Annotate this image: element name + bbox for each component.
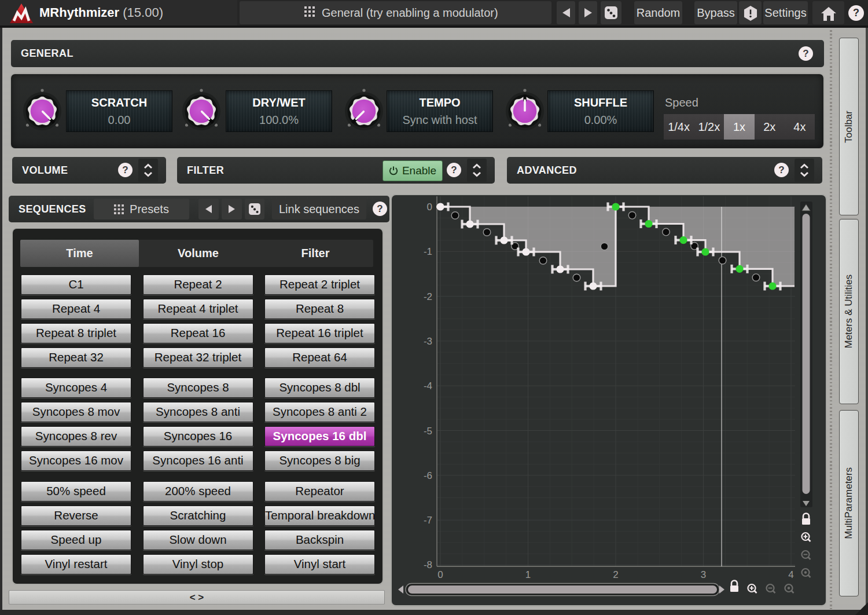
svg-text:4: 4 xyxy=(788,569,793,580)
svg-text:-5: -5 xyxy=(424,426,432,437)
svg-text:-8: -8 xyxy=(424,559,432,570)
svg-text:2: 2 xyxy=(613,569,618,580)
svg-text:-3: -3 xyxy=(424,336,432,347)
svg-text:0: 0 xyxy=(427,202,432,213)
svg-text:0: 0 xyxy=(437,569,443,580)
svg-text:1: 1 xyxy=(525,569,531,580)
svg-text:-6: -6 xyxy=(424,470,432,481)
svg-text:-4: -4 xyxy=(424,380,432,391)
svg-text:-2: -2 xyxy=(424,291,432,302)
svg-text:-7: -7 xyxy=(424,515,432,526)
svg-text:3: 3 xyxy=(701,569,706,580)
svg-text:-1: -1 xyxy=(424,246,432,257)
